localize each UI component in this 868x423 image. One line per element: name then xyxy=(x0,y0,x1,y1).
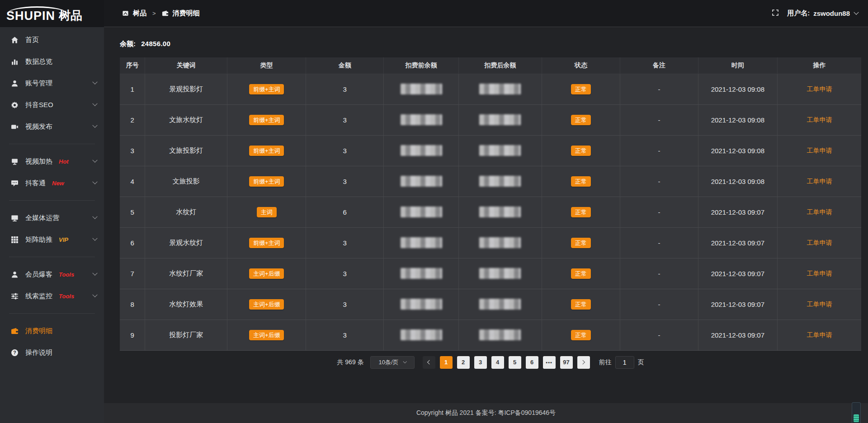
balance-label: 余额: xyxy=(120,40,136,47)
sidebar-item-label: 抖客通 xyxy=(25,179,46,188)
sidebar-item-label: 视频发布 xyxy=(25,122,52,131)
work-order-link[interactable]: 工单申请 xyxy=(807,270,832,277)
cell-remark: - xyxy=(620,197,698,227)
cell-status: 正常 xyxy=(542,135,620,166)
status-tag: 正常 xyxy=(571,299,591,310)
fullscreen-icon[interactable] xyxy=(772,9,779,18)
chevron-down-icon xyxy=(403,359,406,363)
cell-post-balance xyxy=(458,104,542,135)
cell-time: 2021-12-03 09:07 xyxy=(698,289,777,320)
more-pages-button[interactable]: ••• xyxy=(543,356,556,369)
table-row: 7水纹灯厂家主词+后缀3正常-2021-12-03 09:07工单申请 xyxy=(120,258,861,289)
breadcrumb-root[interactable]: 树品 xyxy=(133,9,146,18)
cell-status: 正常 xyxy=(542,320,620,350)
masked-value xyxy=(401,145,442,156)
cell-type: 前缀+主词 xyxy=(227,104,306,135)
sidebar-item-操作说明[interactable]: ?操作说明 xyxy=(0,342,104,363)
work-order-link[interactable]: 工单申请 xyxy=(807,208,832,216)
page-button-1[interactable]: 1 xyxy=(440,356,453,369)
sidebar-item-矩阵助推[interactable]: 矩阵助推VIP xyxy=(0,229,104,250)
cell-time: 2021-12-03 09:07 xyxy=(698,320,777,350)
menu-divider xyxy=(9,200,95,201)
sidebar-item-label: 数据总览 xyxy=(25,57,52,66)
work-order-link[interactable]: 工单申请 xyxy=(807,178,832,185)
work-order-link[interactable]: 工单申请 xyxy=(807,116,832,123)
page-size-select[interactable]: 10条/页 xyxy=(370,356,415,369)
type-tag: 前缀+主词 xyxy=(249,146,284,156)
cell-keyword: 投影灯厂家 xyxy=(145,320,227,350)
gear-icon xyxy=(11,101,19,109)
chevron-down-icon xyxy=(854,9,859,14)
sidebar-item-数据总览[interactable]: 数据总览 xyxy=(0,51,104,72)
pagination: 共 969 条 10条/页 123456•••97 前往 页 xyxy=(120,356,861,369)
work-order-link[interactable]: 工单申请 xyxy=(807,239,832,246)
cell-post-balance xyxy=(458,197,542,227)
chevron-down-icon xyxy=(92,214,97,219)
page-button-3[interactable]: 3 xyxy=(474,356,487,369)
sidebar-item-全媒体运营[interactable]: 全媒体运营 xyxy=(0,207,104,229)
page-button-4[interactable]: 4 xyxy=(491,356,504,369)
sidebar-item-视频加热[interactable]: 视频加热Hot xyxy=(0,150,104,172)
work-order-link[interactable]: 工单申请 xyxy=(807,147,832,154)
monitor-icon xyxy=(11,214,19,222)
column-header-备注: 备注 xyxy=(620,57,698,74)
grid-icon xyxy=(11,235,19,244)
cell-remark: - xyxy=(620,289,698,320)
page-button-97[interactable]: 97 xyxy=(560,356,573,369)
sidebar-item-会员爆客[interactable]: 会员爆客Tools xyxy=(0,263,104,285)
balance-value: 24856.00 xyxy=(141,40,170,47)
cell-seq: 3 xyxy=(120,135,145,166)
page-button-6[interactable]: 6 xyxy=(526,356,538,369)
goto-page-input[interactable] xyxy=(615,356,634,369)
page-button-5[interactable]: 5 xyxy=(509,356,521,369)
next-page-button[interactable] xyxy=(577,356,590,369)
work-order-link[interactable]: 工单申请 xyxy=(807,85,832,93)
video-camera-icon xyxy=(11,122,19,131)
sidebar-item-视频发布[interactable]: 视频发布 xyxy=(0,116,104,137)
cell-remark: - xyxy=(620,74,698,104)
cell-seq: 6 xyxy=(120,227,145,258)
cell-action: 工单申请 xyxy=(778,104,861,135)
logo-arc xyxy=(7,6,67,14)
masked-value xyxy=(401,268,442,279)
sidebar-item-消费明细[interactable]: 消费明细 xyxy=(0,320,104,342)
prev-page-button[interactable] xyxy=(423,356,435,369)
page-button-2[interactable]: 2 xyxy=(457,356,470,369)
cell-time: 2021-12-03 09:07 xyxy=(698,227,777,258)
sidebar-item-抖音SEO[interactable]: 抖音SEO xyxy=(0,94,104,116)
chevron-down-icon xyxy=(92,158,97,163)
work-order-link[interactable]: 工单申请 xyxy=(807,301,832,308)
cell-remark: - xyxy=(620,166,698,197)
work-order-link[interactable]: 工单申请 xyxy=(807,331,832,338)
corner-widget[interactable] xyxy=(852,402,861,423)
cell-status: 正常 xyxy=(542,258,620,289)
status-tag: 正常 xyxy=(571,84,591,94)
chevron-down-icon xyxy=(92,179,97,184)
sidebar-item-badge: Hot xyxy=(59,158,69,165)
cell-keyword: 水纹灯厂家 xyxy=(145,258,227,289)
menu-divider xyxy=(9,144,95,144)
masked-value xyxy=(479,237,521,248)
sidebar-item-抖客通[interactable]: 抖客通New xyxy=(0,172,104,194)
breadcrumb-current: 消费明细 xyxy=(173,9,200,18)
masked-value xyxy=(479,299,521,310)
goto-label: 前往 xyxy=(599,358,612,367)
user-menu[interactable]: 用户名: zswodun88 xyxy=(787,9,858,18)
sidebar-item-账号管理[interactable]: 账号管理 xyxy=(0,72,104,94)
status-tag: 正常 xyxy=(571,115,591,125)
masked-value xyxy=(479,84,521,94)
cell-seq: 8 xyxy=(120,289,145,320)
cell-remark: - xyxy=(620,104,698,135)
status-tag: 正常 xyxy=(571,207,591,217)
page-buttons: 123456•••97 xyxy=(440,356,573,369)
sidebar-item-首页[interactable]: 首页 xyxy=(0,29,104,51)
cell-status: 正常 xyxy=(542,227,620,258)
cell-seq: 7 xyxy=(120,258,145,289)
cell-keyword: 文旅水纹灯 xyxy=(145,104,227,135)
sidebar-item-线索监控[interactable]: 线索监控Tools xyxy=(0,285,104,307)
table-body: 1景观投影灯前缀+主词3正常-2021-12-03 09:08工单申请2文旅水纹… xyxy=(120,74,861,350)
page-size-value: 10条/页 xyxy=(379,358,399,367)
cell-pre-balance xyxy=(384,227,459,258)
status-tag: 正常 xyxy=(571,146,591,156)
cell-amount: 3 xyxy=(306,320,384,350)
